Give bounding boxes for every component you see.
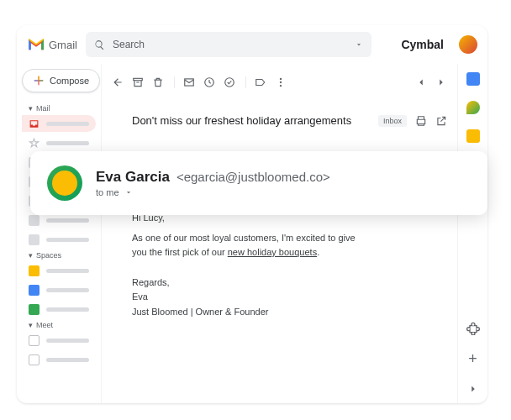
archive-icon[interactable] (132, 76, 144, 88)
sidebar-item[interactable] (22, 332, 96, 349)
recipient-line[interactable]: to me (96, 187, 330, 197)
section-meet[interactable]: ▾ Meet (29, 321, 96, 329)
top-bar: Gmail Search Cymbal (17, 25, 487, 64)
chevron-down-icon (124, 188, 133, 197)
section-mail[interactable]: ▾ Mail (29, 104, 96, 113)
right-side-panel: + (457, 64, 487, 403)
gmail-logo[interactable]: Gmail (27, 38, 77, 51)
prev-icon[interactable] (415, 76, 427, 88)
sender-card: Eva Garcia <egarcia@justbloomed.co> to m… (30, 151, 487, 215)
search-placeholder: Search (113, 39, 145, 50)
star-icon (29, 138, 40, 149)
keep-icon[interactable] (466, 101, 480, 114)
print-icon[interactable] (415, 115, 427, 127)
addons-icon[interactable] (466, 322, 480, 335)
svg-point-3 (225, 78, 234, 87)
email-subject: Don't miss our freshest holiday arrangem… (132, 114, 370, 127)
collapse-panel-icon[interactable] (467, 383, 479, 395)
main-area: Compose ▾ Mail (17, 64, 487, 403)
calendar-icon[interactable] (466, 72, 480, 86)
sender-avatar[interactable] (47, 165, 82, 201)
body-regards: Regards, (132, 276, 367, 291)
content: Don't miss our freshest holiday arrangem… (101, 64, 487, 403)
inbox-icon (29, 118, 40, 129)
svg-point-6 (280, 85, 282, 87)
subject-row: Don't miss our freshest holiday arrangem… (132, 114, 447, 127)
email-body: Hi Lucy, As one of our most loyal custom… (132, 211, 367, 320)
signature-title: Just Bloomed | Owner & Founder (132, 305, 367, 320)
tasks-icon[interactable] (466, 129, 480, 143)
workspace-brand: Cymbal (401, 38, 444, 51)
section-spaces[interactable]: ▾ Spaces (29, 251, 96, 260)
back-icon[interactable] (112, 76, 124, 88)
inbox-chip[interactable]: Inbox (378, 115, 407, 127)
sidebar-item[interactable] (22, 351, 96, 368)
open-new-window-icon[interactable] (435, 115, 447, 127)
sidebar-item[interactable] (22, 301, 96, 318)
chevron-down-icon: ▾ (29, 251, 33, 260)
compose-label: Compose (50, 76, 89, 86)
sidebar-item[interactable] (22, 231, 96, 248)
chevron-down-icon: ▾ (29, 104, 33, 113)
compose-button[interactable]: Compose (22, 69, 100, 92)
svg-point-5 (280, 81, 282, 83)
next-icon[interactable] (435, 76, 447, 88)
search-icon (94, 39, 106, 50)
sidebar: Compose ▾ Mail (17, 64, 101, 403)
sidebar-item-inbox[interactable] (22, 115, 96, 132)
add-task-icon[interactable] (224, 76, 235, 88)
search-options-icon[interactable] (353, 39, 365, 50)
delete-icon[interactable] (152, 76, 164, 88)
chevron-down-icon: ▾ (29, 321, 33, 329)
mail-toolbar (112, 71, 447, 94)
gmail-wordmark: Gmail (49, 39, 77, 51)
plus-icon (33, 75, 45, 87)
sidebar-item[interactable] (22, 281, 96, 298)
mail-view: Don't miss our freshest holiday arrangem… (102, 64, 457, 403)
gmail-m-icon (27, 38, 45, 51)
sender-info: Eva Garcia <egarcia@justbloomed.co> to m… (96, 169, 330, 197)
sender-email: <egarcia@justbloomed.co> (176, 170, 330, 184)
plus-icon[interactable]: + (468, 350, 477, 368)
account-avatar[interactable] (459, 35, 477, 54)
more-icon[interactable] (275, 76, 287, 88)
link-new-bouquets[interactable]: new holiday bouquets (228, 247, 317, 257)
labels-icon[interactable] (255, 76, 266, 88)
sidebar-item[interactable] (22, 262, 96, 279)
signature-name: Eva (132, 290, 367, 305)
svg-point-4 (280, 78, 282, 80)
snooze-icon[interactable] (203, 76, 215, 88)
search-box[interactable]: Search (86, 32, 371, 57)
sender-name: Eva Garcia (96, 169, 170, 186)
mark-unread-icon[interactable] (183, 76, 195, 88)
sidebar-item-starred[interactable] (22, 134, 96, 151)
body-paragraph: As one of our most loyal customers, I'm … (132, 231, 367, 260)
svg-rect-0 (134, 78, 143, 80)
